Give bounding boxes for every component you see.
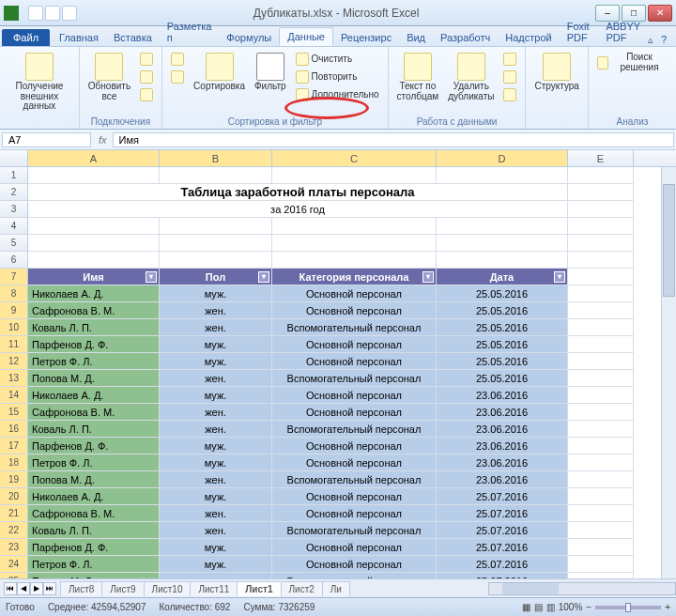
date-cell[interactable]: 25.07.2016: [437, 556, 568, 573]
sheet-tab[interactable]: Лист2: [281, 581, 323, 596]
sex-cell[interactable]: муж.: [160, 488, 272, 505]
sex-cell[interactable]: муж.: [160, 387, 272, 404]
sex-cell[interactable]: муж.: [160, 336, 272, 353]
date-cell[interactable]: 25.05.2016: [437, 336, 568, 353]
cell[interactable]: [28, 167, 160, 184]
whatif-button[interactable]: [500, 86, 519, 103]
cell[interactable]: [568, 269, 634, 285]
zoom-in-button[interactable]: +: [665, 602, 670, 612]
sheet-tab[interactable]: Лист8: [60, 581, 102, 596]
cell[interactable]: [568, 252, 634, 269]
cell[interactable]: [568, 421, 634, 438]
date-cell[interactable]: 25.07.2016: [437, 488, 568, 505]
category-cell[interactable]: Основной персонал: [272, 539, 437, 556]
name-cell[interactable]: Сафронова В. М.: [28, 505, 160, 522]
category-cell[interactable]: Вспомогательный персонал: [272, 319, 437, 336]
data-validation-button[interactable]: [500, 51, 519, 68]
row-header[interactable]: 3: [0, 201, 28, 218]
date-cell[interactable]: 23.06.2016: [437, 404, 568, 421]
row-header[interactable]: 11: [0, 336, 28, 353]
date-cell[interactable]: 23.06.2016: [437, 471, 568, 488]
table-header-cell[interactable]: Пол▾: [160, 269, 272, 285]
row-header[interactable]: 20: [0, 488, 28, 505]
cell[interactable]: [568, 319, 634, 336]
sort-button[interactable]: Сортировка: [191, 51, 248, 94]
category-cell[interactable]: Вспомогательный персонал: [272, 370, 437, 387]
solver-button[interactable]: Поиск решения: [594, 51, 670, 74]
category-cell[interactable]: Основной персонал: [272, 387, 437, 404]
name-cell[interactable]: Коваль Л. П.: [28, 522, 160, 539]
cell[interactable]: [568, 522, 634, 539]
category-cell[interactable]: Вспомогательный персонал: [272, 421, 437, 438]
filter-button[interactable]: Фильтр: [252, 51, 289, 94]
row-header[interactable]: 24: [0, 556, 28, 573]
cell[interactable]: [568, 218, 634, 235]
vscroll-thumb[interactable]: [663, 184, 675, 297]
category-cell[interactable]: Основной персонал: [272, 285, 437, 302]
horizontal-scrollbar[interactable]: [488, 582, 676, 595]
zoom-slider[interactable]: [595, 606, 661, 609]
cell[interactable]: [568, 505, 634, 522]
col-header-b[interactable]: B: [160, 150, 272, 166]
cell[interactable]: [160, 167, 272, 184]
hscroll-thumb[interactable]: [502, 583, 559, 594]
cell[interactable]: [437, 235, 568, 252]
row-header[interactable]: 6: [0, 252, 28, 269]
sort-az-button[interactable]: [168, 51, 187, 68]
cell[interactable]: [568, 387, 634, 404]
cell[interactable]: [568, 404, 634, 421]
row-header[interactable]: 7: [0, 269, 28, 285]
text-to-columns-button[interactable]: Текст по столбцам: [394, 51, 442, 103]
tab-file[interactable]: Файл: [2, 29, 50, 46]
name-cell[interactable]: Попова М. Д.: [28, 370, 160, 387]
category-cell[interactable]: Основной персонал: [272, 302, 437, 319]
cell[interactable]: [160, 218, 272, 235]
sheet-tab[interactable]: Лист10: [144, 581, 192, 596]
formula-input[interactable]: Имя: [113, 132, 674, 147]
tab-formulas[interactable]: Формулы: [219, 29, 279, 46]
cell[interactable]: [437, 218, 568, 235]
row-header[interactable]: 22: [0, 522, 28, 539]
category-cell[interactable]: Вспомогательный персонал: [272, 471, 437, 488]
row-header[interactable]: 18: [0, 454, 28, 471]
date-cell[interactable]: 23.06.2016: [437, 387, 568, 404]
row-header[interactable]: 13: [0, 370, 28, 387]
date-cell[interactable]: 25.07.2016: [437, 522, 568, 539]
sheet-prev-button[interactable]: ◀: [17, 582, 30, 595]
help-icon[interactable]: ?: [661, 34, 667, 46]
sheet-tab[interactable]: Лист11: [190, 581, 238, 596]
select-all-corner[interactable]: [0, 150, 28, 166]
tab-home[interactable]: Главная: [52, 29, 106, 46]
date-cell[interactable]: 25.07.2016: [437, 539, 568, 556]
consolidate-button[interactable]: [500, 69, 519, 85]
cell[interactable]: [568, 167, 634, 184]
sex-cell[interactable]: жен.: [160, 370, 272, 387]
name-cell[interactable]: Коваль Л. П.: [28, 319, 160, 336]
sheet-tab[interactable]: Лист9: [101, 581, 144, 596]
sex-cell[interactable]: жен.: [160, 505, 272, 522]
name-cell[interactable]: Николаев А. Д.: [28, 488, 160, 505]
name-cell[interactable]: Петров Ф. Л.: [28, 556, 160, 573]
col-header-e[interactable]: E: [568, 150, 634, 166]
sort-za-button[interactable]: [168, 69, 187, 85]
sex-cell[interactable]: жен.: [160, 302, 272, 319]
sex-cell[interactable]: муж.: [160, 556, 272, 573]
get-external-data-button[interactable]: Получение внешних данных: [6, 51, 73, 114]
reapply-filter-button[interactable]: Повторить: [293, 69, 382, 85]
name-cell[interactable]: Николаев А. Д.: [28, 285, 160, 302]
advanced-filter-button[interactable]: Дополнительно: [293, 86, 382, 103]
view-break-icon[interactable]: ▥: [546, 602, 555, 612]
table-header-cell[interactable]: Дата▾: [437, 269, 568, 285]
title-cell[interactable]: Таблица заработной платы персонала: [28, 184, 568, 201]
tab-addins[interactable]: Надстрой: [498, 29, 559, 46]
vertical-scrollbar[interactable]: [661, 167, 676, 578]
sex-cell[interactable]: жен.: [160, 404, 272, 421]
date-cell[interactable]: 23.06.2016: [437, 438, 568, 454]
cell[interactable]: [568, 539, 634, 556]
category-cell[interactable]: Вспомогательный персонал: [272, 522, 437, 539]
category-cell[interactable]: Основной персонал: [272, 353, 437, 370]
view-normal-icon[interactable]: ▦: [522, 602, 530, 612]
date-cell[interactable]: 25.05.2016: [437, 353, 568, 370]
row-header[interactable]: 19: [0, 471, 28, 488]
name-cell[interactable]: Сафронова В. М.: [28, 404, 160, 421]
